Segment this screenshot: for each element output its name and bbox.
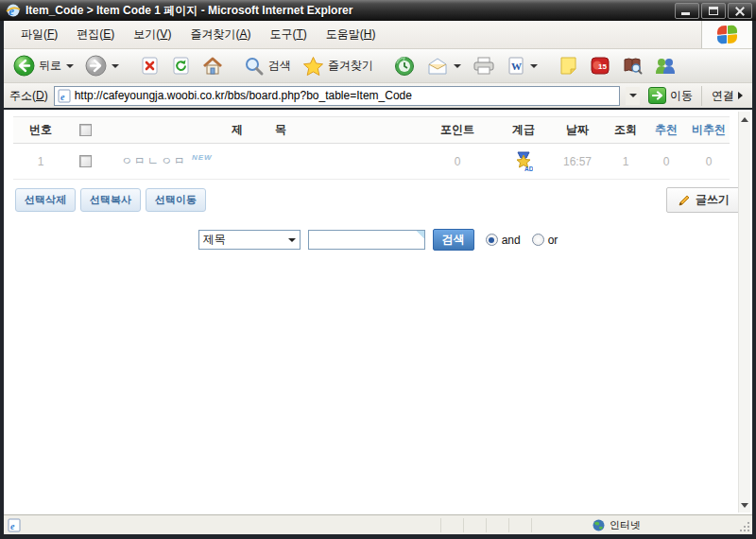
edit-button[interactable]: W [503,53,541,78]
scroll-up-button[interactable] [739,113,750,126]
refresh-button[interactable] [167,53,195,78]
forward-dropdown-icon[interactable] [112,64,119,68]
address-url: http://cafeyoungja.woobi.co.kr/bbs/board… [75,89,617,102]
search-submit-button[interactable]: 검색 [433,229,474,251]
addon-15-icon: 15 [590,56,610,76]
pencil-icon [678,194,691,207]
mail-dropdown-icon[interactable] [454,64,461,68]
menu-favorites[interactable]: 즐겨찾기(A) [180,23,260,46]
mail-icon [426,57,449,76]
vertical-scrollbar[interactable] [738,112,750,513]
status-pane [486,518,508,532]
status-pane [440,518,463,532]
close-button[interactable] [728,3,752,19]
svg-text:e: e [9,4,14,18]
research-button[interactable] [618,53,646,78]
mail-button[interactable] [422,54,465,78]
status-bar: e 인터넷 [4,514,752,534]
go-button[interactable]: 이동 [645,86,696,105]
back-icon [13,55,35,77]
scroll-down-icon [741,503,748,508]
edit-word-icon: W [507,56,525,76]
copy-selected-button[interactable]: 선택복사 [80,188,141,212]
stop-icon [140,56,160,76]
action-bar: 선택삭제 선택복사 선택이동 글쓰기 [15,187,741,213]
menu-help[interactable]: 도움말(H) [317,23,386,46]
edit-dropdown-icon[interactable] [530,64,538,68]
row-points: 0 [416,155,499,168]
row-checkbox[interactable] [79,155,92,167]
forward-icon [85,55,107,77]
or-radio-group: or [532,234,558,247]
svg-text:e: e [60,91,65,101]
header-subject: 제목 [102,122,416,138]
and-radio[interactable] [486,234,498,246]
address-input[interactable]: e http://cafeyoungja.woobi.co.kr/bbs/boa… [54,86,620,106]
menu-file[interactable]: 파일(F) [11,23,67,46]
menu-tools[interactable]: 도구(T) [260,23,316,46]
menu-view[interactable]: 보기(V) [124,23,180,46]
go-arrow-icon [648,87,666,104]
status-pane [463,518,486,532]
scroll-up-icon [741,117,748,122]
select-all-checkbox[interactable] [79,124,92,136]
refresh-icon [171,56,191,76]
back-button[interactable]: 뒤로 [9,52,77,79]
resize-grip[interactable] [738,520,750,532]
header-upvote[interactable]: 추천 [644,122,688,138]
scroll-down-button[interactable] [739,498,750,512]
ie-page-icon: e [58,89,71,103]
favorites-star-icon [302,56,324,77]
header-points: 포인트 [416,122,499,138]
history-icon [394,56,415,77]
minimize-icon [681,12,690,15]
addon-15-button[interactable]: 15 [586,53,614,78]
stop-button[interactable] [136,53,163,78]
title-bar[interactable]: e Item_Code > Item Code 1 페이지 - Microsof… [0,0,756,21]
rank-badge-icon: AD [514,151,533,172]
or-label: or [548,234,558,247]
table-row: 1 ㅇㅁㄴㅇㅁ NEW 0 AD 16:57 [13,144,730,180]
header-no: 번호 [13,122,68,138]
row-upvote: 0 [644,155,688,168]
links-chevron-icon [738,92,743,99]
notes-button[interactable] [555,53,582,78]
search-button[interactable]: 검색 [240,53,295,79]
row-rank: AD [499,151,548,172]
print-button[interactable] [469,53,499,78]
header-downvote[interactable]: 비추천 [688,122,730,138]
favorites-label: 즐겨찾기 [328,58,373,74]
search-input[interactable] [308,230,425,250]
write-post-label: 글쓰기 [696,192,730,208]
favorites-button[interactable]: 즐겨찾기 [299,53,377,79]
maximize-button[interactable] [701,3,726,19]
row-downvote: 0 [688,155,730,168]
delete-selected-button[interactable]: 선택삭제 [15,188,76,212]
links-button[interactable]: 연결 [701,86,747,106]
page-content: 번호 제목 포인트 계급 날짜 조회 추천 비추천 1 ㅇㅁㄴㅇㅁ NEW [4,110,752,514]
post-subject-link[interactable]: ㅇㅁㄴㅇㅁ [121,153,187,169]
status-page-icon: e [8,518,21,532]
new-icon: NEW [192,153,213,162]
menu-edit[interactable]: 편집(E) [67,23,124,46]
zone-label: 인터넷 [610,518,641,532]
toolbar: 뒤로 [4,48,752,82]
address-dropdown-button[interactable] [626,87,640,105]
minimize-button[interactable] [675,3,699,19]
or-radio[interactable] [532,234,544,246]
forward-button[interactable] [81,52,123,79]
back-label: 뒤로 [39,58,61,74]
home-icon [202,56,223,77]
and-radio-group: and [486,234,521,247]
status-pane [508,518,531,532]
write-post-button[interactable]: 글쓰기 [666,187,741,213]
messenger-button[interactable] [650,53,679,78]
history-button[interactable] [390,53,419,79]
home-button[interactable] [198,53,227,79]
search-field-select[interactable]: 제목 [198,230,301,250]
print-icon [472,56,495,76]
move-selected-button[interactable]: 선택이동 [146,188,206,212]
select-dropdown-icon [288,238,296,242]
back-dropdown-icon[interactable] [66,64,74,68]
address-label: 주소(D) [9,88,48,104]
